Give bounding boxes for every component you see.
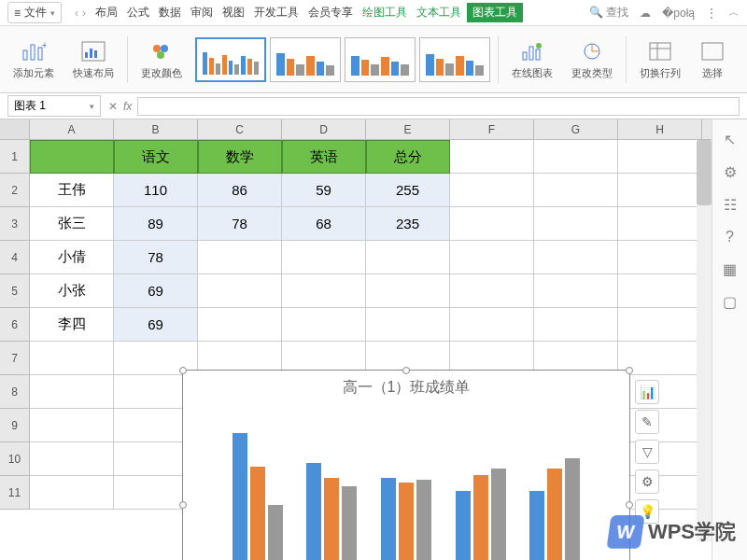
scrollbar-thumb[interactable] bbox=[697, 140, 712, 205]
cell[interactable]: 59 bbox=[282, 174, 366, 207]
tab-text-tools[interactable]: 文本工具 bbox=[413, 3, 465, 22]
chart-plot-area[interactable] bbox=[202, 401, 611, 560]
resize-handle[interactable] bbox=[179, 501, 187, 509]
nav-prev[interactable]: ‹ bbox=[75, 7, 78, 20]
bar[interactable] bbox=[233, 433, 247, 560]
cell[interactable] bbox=[618, 409, 702, 442]
bar-group[interactable] bbox=[306, 463, 357, 561]
tab-formula[interactable]: 公式 bbox=[123, 3, 153, 22]
cell[interactable] bbox=[30, 409, 114, 442]
cell[interactable]: 110 bbox=[114, 174, 198, 207]
cell[interactable] bbox=[618, 140, 702, 174]
cell[interactable]: 数学 bbox=[198, 140, 282, 174]
tab-draw-tools[interactable]: 绘图工具 bbox=[359, 3, 411, 22]
share-icon[interactable]: �połą bbox=[662, 7, 695, 20]
cell[interactable] bbox=[534, 207, 618, 241]
row-header[interactable]: 5 bbox=[0, 274, 30, 308]
cell[interactable] bbox=[618, 308, 702, 342]
ribbon-switch-rc[interactable]: 切换行列 bbox=[634, 38, 686, 80]
cell[interactable]: 语文 bbox=[114, 140, 198, 174]
cell[interactable] bbox=[30, 375, 114, 409]
cell[interactable] bbox=[30, 342, 114, 375]
cell[interactable] bbox=[366, 274, 450, 308]
tab-member[interactable]: 会员专享 bbox=[304, 3, 357, 22]
row-header[interactable]: 4 bbox=[0, 241, 30, 274]
tab-review[interactable]: 审阅 bbox=[187, 3, 217, 22]
bar[interactable] bbox=[399, 483, 414, 561]
chart-elements-button[interactable]: 📊 bbox=[635, 380, 659, 404]
more-icon[interactable]: ⋮ bbox=[706, 7, 717, 20]
cell[interactable] bbox=[618, 174, 702, 207]
bar-group[interactable] bbox=[529, 458, 580, 560]
ribbon-select[interactable]: 选择 bbox=[694, 38, 731, 80]
resize-handle[interactable] bbox=[402, 367, 410, 374]
cell[interactable] bbox=[450, 274, 534, 308]
cell[interactable]: 78 bbox=[198, 207, 282, 241]
cell[interactable] bbox=[534, 140, 618, 174]
bar-group[interactable] bbox=[456, 469, 506, 561]
bar[interactable] bbox=[342, 486, 357, 560]
cell[interactable] bbox=[282, 308, 366, 342]
cell[interactable] bbox=[30, 140, 114, 174]
ribbon-quick-layout[interactable]: 快速布局 bbox=[67, 38, 120, 80]
cell[interactable]: 68 bbox=[282, 207, 366, 241]
cell[interactable] bbox=[366, 308, 450, 342]
settings-panel-icon[interactable]: ⚙ bbox=[724, 163, 737, 181]
cell[interactable] bbox=[282, 241, 366, 274]
row-header[interactable]: 1 bbox=[0, 140, 30, 174]
resize-handle[interactable] bbox=[626, 367, 633, 374]
bar[interactable] bbox=[547, 469, 562, 561]
cell[interactable]: 英语 bbox=[282, 140, 366, 174]
cell[interactable] bbox=[534, 241, 618, 274]
cell[interactable]: 235 bbox=[366, 207, 450, 241]
chart-filter-button[interactable]: ▽ bbox=[635, 440, 659, 464]
nav-next[interactable]: › bbox=[82, 7, 86, 20]
cell[interactable] bbox=[282, 274, 366, 308]
bar[interactable] bbox=[250, 467, 265, 560]
cell[interactable] bbox=[618, 375, 702, 409]
bar[interactable] bbox=[565, 458, 580, 560]
cloud-icon[interactable]: ☁ bbox=[640, 7, 651, 20]
cell[interactable] bbox=[618, 241, 702, 274]
cell[interactable] bbox=[534, 174, 618, 207]
row-header[interactable]: 3 bbox=[0, 207, 30, 241]
chart-style-3[interactable] bbox=[345, 37, 416, 82]
col-header[interactable]: H bbox=[618, 119, 702, 139]
cell[interactable] bbox=[534, 274, 618, 308]
formula-input[interactable] bbox=[137, 97, 740, 116]
bar[interactable] bbox=[491, 469, 506, 561]
row-header[interactable]: 8 bbox=[0, 375, 30, 409]
style-panel-icon[interactable]: ☷ bbox=[724, 196, 737, 214]
vertical-scrollbar[interactable] bbox=[697, 140, 712, 541]
cell[interactable]: 69 bbox=[114, 308, 198, 342]
resize-handle[interactable] bbox=[179, 367, 187, 374]
cell[interactable]: 255 bbox=[366, 174, 450, 207]
cell[interactable] bbox=[534, 308, 618, 342]
row-header[interactable]: 7 bbox=[0, 342, 30, 375]
cell[interactable] bbox=[30, 476, 114, 510]
chart-style-2[interactable] bbox=[270, 37, 341, 82]
cell[interactable] bbox=[198, 274, 282, 308]
cell[interactable] bbox=[198, 241, 282, 274]
bar-group[interactable] bbox=[381, 478, 431, 560]
help-icon[interactable]: ? bbox=[726, 229, 734, 245]
collapse-ribbon-icon[interactable]: ︿ bbox=[728, 5, 740, 21]
cell[interactable]: 张三 bbox=[30, 207, 114, 241]
bar[interactable] bbox=[381, 478, 396, 560]
col-header[interactable]: D bbox=[282, 119, 366, 139]
cell[interactable]: 86 bbox=[198, 174, 282, 207]
row-header[interactable]: 9 bbox=[0, 409, 30, 442]
cell[interactable] bbox=[450, 207, 534, 241]
chart-style-button[interactable]: ✎ bbox=[635, 410, 659, 434]
cell[interactable] bbox=[450, 241, 534, 274]
select-all-corner[interactable] bbox=[0, 119, 30, 139]
chart-style-1[interactable] bbox=[195, 37, 266, 82]
cell[interactable]: 69 bbox=[114, 274, 198, 308]
bar[interactable] bbox=[473, 475, 488, 560]
ribbon-change-color[interactable]: 更改颜色 bbox=[135, 38, 188, 80]
cell[interactable] bbox=[618, 274, 702, 308]
chart-title[interactable]: 高一（1）班成绩单 bbox=[183, 371, 629, 401]
cell[interactable] bbox=[366, 241, 450, 274]
cell[interactable]: 小张 bbox=[30, 274, 114, 308]
col-header[interactable]: C bbox=[198, 119, 282, 139]
